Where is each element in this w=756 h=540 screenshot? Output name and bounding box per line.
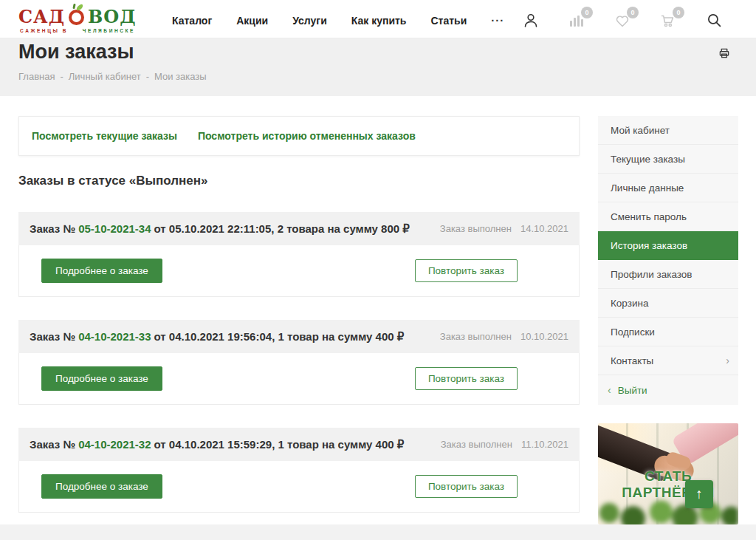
nav-item-articles[interactable]: Статьи xyxy=(430,15,467,27)
order-status-date: 10.10.2021 xyxy=(520,331,568,342)
order-status-date: 14.10.2021 xyxy=(520,223,568,234)
sidebar-item-basket[interactable]: Корзина xyxy=(598,289,738,318)
compare-button[interactable]: 0 xyxy=(567,11,586,30)
sidebar-item-current-orders[interactable]: Текущие заказы xyxy=(598,145,738,174)
breadcrumb-account[interactable]: Личный кабинет xyxy=(69,71,141,82)
user-icon xyxy=(522,12,540,30)
printer-icon xyxy=(718,47,731,60)
favorites-button[interactable]: 0 xyxy=(613,11,632,30)
nav-item-how-to-buy[interactable]: Как купить xyxy=(351,15,407,27)
order-card-body: Подробнее о заказе Повторить заказ xyxy=(18,245,580,297)
banner-text: СТАТЬ ПАРТНЁРОМ xyxy=(598,468,738,501)
order-number-link[interactable]: 04-10-2021-32 xyxy=(78,438,151,451)
order-repeat-button[interactable]: Повторить заказ xyxy=(415,259,518,282)
order-prefix: Заказ № xyxy=(30,330,75,343)
apple-logo-icon xyxy=(67,8,86,27)
order-card-header: Заказ №04-10-2021-33от 04.10.2021 19:56:… xyxy=(18,320,580,353)
chevron-left-icon: ‹ xyxy=(608,384,611,396)
order-status-date: 11.10.2021 xyxy=(521,439,568,450)
link-cancelled-orders-history[interactable]: Посмотреть историю отмененных заказов xyxy=(198,130,416,142)
page-title: Мои заказы xyxy=(18,41,134,64)
orders-content: Посмотреть текущие заказы Посмотреть ист… xyxy=(18,116,580,513)
account-button[interactable] xyxy=(521,11,540,30)
cart-count-badge: 0 xyxy=(673,7,684,18)
sidebar-item-personal-data[interactable]: Личные данные xyxy=(598,174,738,202)
breadcrumb-separator: - xyxy=(60,71,63,82)
partner-banner[interactable]: СТАТЬ ПАРТНЁРОМ xyxy=(598,423,738,524)
site-header: САД ВОД САЖЕНЦЫ В ЧЕЛЯБИНСКЕ Каталог Акц… xyxy=(0,0,756,38)
section-heading: Заказы в статусе «Выполнен» xyxy=(18,174,580,188)
search-icon xyxy=(705,11,724,30)
arrow-up-icon: ↑ xyxy=(695,486,703,502)
order-prefix: Заказ № xyxy=(30,438,75,451)
order-number-link[interactable]: 04-10-2021-33 xyxy=(78,330,151,343)
order-details-button[interactable]: Подробнее о заказе xyxy=(41,474,162,499)
header-icons: 0 0 0 xyxy=(521,11,724,30)
main-nav: Каталог Акции Услуги Как купить Статьи ·… xyxy=(172,14,504,27)
scroll-to-top-button[interactable]: ↑ xyxy=(685,480,713,508)
sidebar-item-subscriptions[interactable]: Подписки xyxy=(598,318,738,346)
order-status: Заказ выполнен xyxy=(440,223,512,234)
cart-button[interactable]: 0 xyxy=(659,11,678,30)
sidebar-logout-link[interactable]: ‹ Выйти xyxy=(598,375,738,405)
print-button[interactable] xyxy=(718,47,731,60)
sidebar-item-order-profiles[interactable]: Профили заказов xyxy=(598,260,738,289)
sidebar-item-order-history[interactable]: История заказов xyxy=(598,231,738,260)
order-details: от 05.10.2021 22:11:05, 2 товара на сумм… xyxy=(154,222,410,235)
order-details-button[interactable]: Подробнее о заказе xyxy=(41,366,162,391)
order-number-link[interactable]: 05-10-2021-34 xyxy=(78,222,151,235)
order-details: от 04.10.2021 15:59:29, 1 товар на сумму… xyxy=(154,438,405,451)
breadcrumb-separator: - xyxy=(146,71,149,82)
order-title: Заказ №04-10-2021-32от 04.10.2021 15:59:… xyxy=(30,438,404,451)
logo-tagline-left: САЖЕНЦЫ В xyxy=(20,28,68,33)
sidebar-item-contacts[interactable]: Контакты › xyxy=(598,346,738,375)
page-header-band: Мои заказы Главная - Личный кабинет - Мо… xyxy=(0,38,756,96)
compare-count-badge: 0 xyxy=(581,7,593,18)
order-repeat-button[interactable]: Повторить заказ xyxy=(415,367,518,390)
order-status: Заказ выполнен xyxy=(441,439,512,450)
sidebar-item-my-cabinet[interactable]: Мой кабинет xyxy=(598,116,738,145)
order-card-body: Подробнее о заказе Повторить заказ xyxy=(18,353,580,405)
order-card-header: Заказ №05-10-2021-34от 05.10.2021 22:11:… xyxy=(18,212,580,245)
chevron-right-icon: › xyxy=(726,355,729,366)
order-repeat-button[interactable]: Повторить заказ xyxy=(415,475,518,498)
account-sidebar: Мой кабинет Текущие заказы Личные данные… xyxy=(598,116,738,405)
link-current-orders[interactable]: Посмотреть текущие заказы xyxy=(32,130,177,142)
footer-strip xyxy=(0,524,756,540)
nav-item-services[interactable]: Услуги xyxy=(292,15,327,27)
sidebar-item-change-password[interactable]: Сменить пароль xyxy=(598,202,738,231)
nav-item-catalog[interactable]: Каталог xyxy=(172,15,212,27)
order-title: Заказ №04-10-2021-33от 04.10.2021 19:56:… xyxy=(30,330,404,344)
order-card: Заказ №05-10-2021-34от 05.10.2021 22:11:… xyxy=(18,212,580,297)
order-card-header: Заказ №04-10-2021-32от 04.10.2021 15:59:… xyxy=(18,428,580,461)
page-root: САД ВОД САЖЕНЦЫ В ЧЕЛЯБИНСКЕ Каталог Акц… xyxy=(0,0,756,540)
breadcrumb-home[interactable]: Главная xyxy=(18,71,55,82)
order-card-body: Подробнее о заказе Повторить заказ xyxy=(18,461,580,513)
breadcrumb: Главная - Личный кабинет - Мои заказы xyxy=(18,71,207,82)
favorites-count-badge: 0 xyxy=(627,7,639,18)
orders-filter-box: Посмотреть текущие заказы Посмотреть ист… xyxy=(18,116,580,156)
breadcrumb-current: Мои заказы xyxy=(154,71,207,82)
logo-tagline-right: ЧЕЛЯБИНСКЕ xyxy=(83,28,135,33)
logo-text-left: САД xyxy=(18,8,65,26)
order-details-button[interactable]: Подробнее о заказе xyxy=(41,259,162,283)
site-logo[interactable]: САД ВОД САЖЕНЦЫ В ЧЕЛЯБИНСКЕ xyxy=(18,8,137,33)
order-title: Заказ №05-10-2021-34от 05.10.2021 22:11:… xyxy=(30,222,410,236)
search-button[interactable] xyxy=(704,11,724,30)
nav-more-button[interactable]: ··· xyxy=(491,14,504,27)
order-details: от 04.10.2021 19:56:04, 1 товар на сумму… xyxy=(154,330,405,343)
order-card: Заказ №04-10-2021-33от 04.10.2021 19:56:… xyxy=(18,320,580,405)
order-card: Заказ №04-10-2021-32от 04.10.2021 15:59:… xyxy=(18,428,580,513)
order-prefix: Заказ № xyxy=(30,222,75,235)
logo-text-right: ВОД xyxy=(88,8,137,26)
nav-item-promotions[interactable]: Акции xyxy=(236,15,268,27)
order-status: Заказ выполнен xyxy=(440,331,512,342)
